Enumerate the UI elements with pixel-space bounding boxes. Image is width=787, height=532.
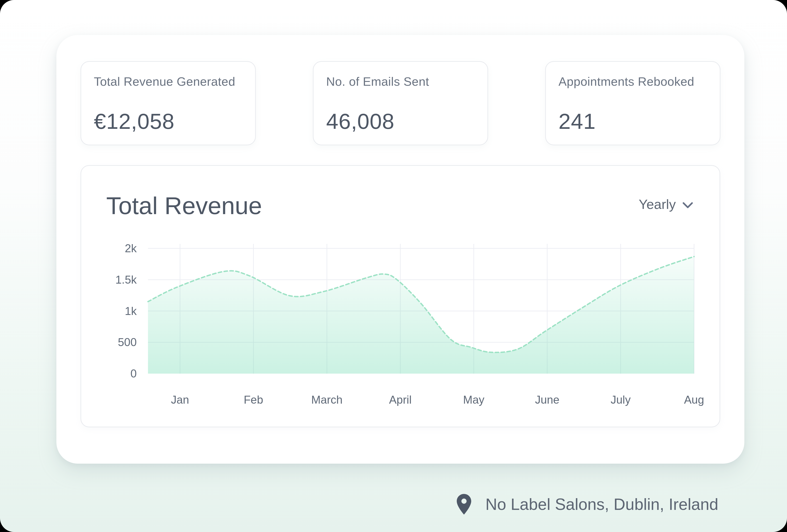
x-axis-tick-label: Feb <box>244 393 263 406</box>
stat-value: 241 <box>558 109 596 134</box>
revenue-chart-card: 2k1.5k1k5000JanFebMarchAprilMayJuneJulyA… <box>81 165 720 427</box>
stat-value: €12,058 <box>94 109 175 134</box>
stat-card-emails-sent: No. of Emails Sent 46,008 <box>313 61 488 145</box>
app-window: Total Revenue Generated €12,058 No. of E… <box>0 0 787 532</box>
period-dropdown-label: Yearly <box>639 196 676 212</box>
x-axis-tick-label: Jan <box>171 393 189 406</box>
y-axis-tick-label: 500 <box>118 336 137 348</box>
stat-value: 46,008 <box>326 109 395 134</box>
x-axis-tick-label: Aug <box>684 393 704 406</box>
dashboard-card: Total Revenue Generated €12,058 No. of E… <box>57 35 744 464</box>
x-axis-tick-label: June <box>535 393 559 406</box>
y-axis-tick-label: 2k <box>125 242 137 255</box>
location-pin-icon <box>452 492 476 517</box>
x-axis-tick-label: July <box>611 393 631 406</box>
stat-label: No. of Emails Sent <box>326 75 429 88</box>
y-axis-tick-label: 0 <box>130 367 137 380</box>
x-axis-tick-label: March <box>311 393 343 406</box>
stat-card-appointments-rebooked: Appointments Rebooked 241 <box>545 61 721 145</box>
footer-location: No Label Salons, Dublin, Ireland <box>452 491 719 517</box>
x-axis-tick-label: May <box>463 393 484 406</box>
stat-label: Total Revenue Generated <box>94 75 235 88</box>
stats-row: Total Revenue Generated €12,058 No. of E… <box>81 61 721 145</box>
location-text: No Label Salons, Dublin, Ireland <box>485 495 719 513</box>
revenue-area-fill <box>148 257 694 374</box>
stat-label: Appointments Rebooked <box>558 75 694 88</box>
stat-card-total-revenue-generated: Total Revenue Generated €12,058 <box>81 61 256 145</box>
period-dropdown[interactable]: Yearly <box>639 196 693 212</box>
chart-title: Total Revenue <box>106 192 262 220</box>
chevron-down-icon <box>683 202 693 209</box>
y-axis-tick-label: 1.5k <box>115 273 137 286</box>
x-axis-tick-label: April <box>389 393 412 406</box>
y-axis-tick-label: 1k <box>125 305 137 317</box>
